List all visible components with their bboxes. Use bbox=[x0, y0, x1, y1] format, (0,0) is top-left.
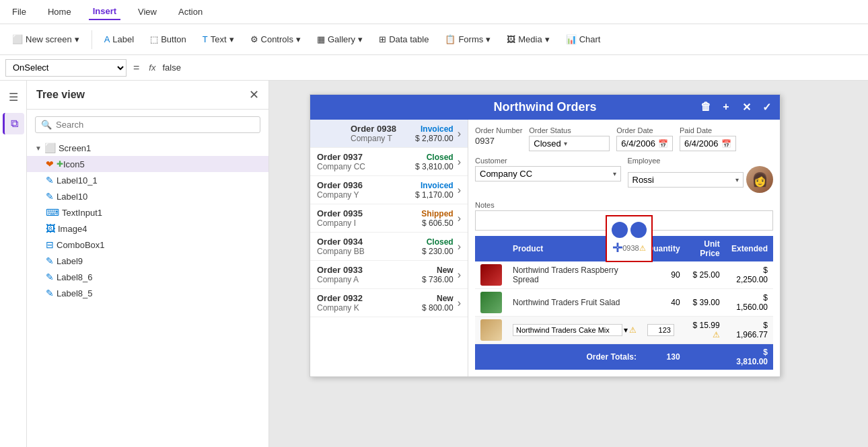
formula-input[interactable] bbox=[162, 59, 863, 77]
order-item-0933[interactable]: Order 0933 Company A New $ 736.00 › bbox=[310, 261, 468, 289]
cake-price-cell: $ 15.99 ⚠ bbox=[686, 317, 725, 344]
order-item-0936[interactable]: Order 0936 Company Y Invoiced $ 1,170.00… bbox=[310, 176, 468, 204]
close-x-button[interactable]: ✕ bbox=[738, 101, 754, 114]
button-button[interactable]: ⬚ Button bbox=[143, 32, 193, 47]
order-0938-right: Invoiced $ 2,870.00 bbox=[415, 124, 454, 143]
cake-warning-icon: ⚠ bbox=[629, 325, 637, 335]
textinput1-icon: ⌨ bbox=[46, 207, 59, 218]
paid-date-input[interactable]: 6/4/2006 📅 bbox=[680, 136, 736, 151]
search-input[interactable] bbox=[56, 120, 254, 130]
tree-item-textinput1[interactable]: ⌨ TextInput1 bbox=[27, 204, 268, 220]
confirm-button[interactable]: ✓ bbox=[758, 101, 774, 114]
order-0935-info: Order 0935 Company I bbox=[317, 208, 421, 228]
totals-extended-cell: $ 3,810.00 bbox=[725, 344, 773, 370]
orders-list[interactable]: Order 0938 Company T Invoiced $ 2,870.00… bbox=[310, 120, 468, 376]
order-0936-amount: $ 1,170.00 bbox=[415, 190, 454, 200]
order-date-input[interactable]: 6/4/2006 📅 bbox=[616, 136, 673, 151]
label8-5-text: Label8_5 bbox=[57, 288, 93, 298]
product-row-raspberry: Northwind Traders Raspberry Spread 90 $ … bbox=[475, 261, 773, 289]
label-button[interactable]: A Label bbox=[98, 32, 141, 47]
order-status-select[interactable]: Closed ▾ bbox=[529, 136, 610, 151]
paid-date-calendar-icon[interactable]: 📅 bbox=[721, 139, 731, 149]
tree-item-screen1[interactable]: ▼ ⬜ Screen1 bbox=[27, 140, 268, 156]
customer-select[interactable]: Company CC ▾ bbox=[475, 166, 621, 181]
menu-view[interactable]: View bbox=[134, 4, 161, 19]
label8-6-icon: ✎ bbox=[46, 272, 54, 282]
new-screen-button[interactable]: ⬜ New screen ▾ bbox=[5, 32, 86, 47]
app-header: Northwind Orders 🗑 + ✕ ✓ bbox=[310, 95, 780, 120]
media-chevron-icon: ▾ bbox=[545, 34, 550, 44]
cake-qty-input[interactable] bbox=[647, 324, 674, 336]
order-0938-number: Order 0938 bbox=[351, 124, 415, 134]
order-0935-company: Company I bbox=[317, 218, 421, 228]
order-number-value: 0937 bbox=[475, 136, 522, 146]
tree-item-label10[interactable]: ✎ Label10 bbox=[27, 188, 268, 204]
gallery-button[interactable]: ▦ Gallery ▾ bbox=[310, 32, 369, 47]
data-table-icon: ⊞ bbox=[379, 34, 386, 44]
menu-home[interactable]: Home bbox=[44, 4, 75, 19]
order-0935-status: Shipped bbox=[421, 209, 453, 218]
cake-price-warning-icon: ⚠ bbox=[713, 330, 720, 339]
order-0937-number: Order 0937 bbox=[317, 152, 415, 162]
cake-product-select[interactable]: ▾ ⚠ bbox=[513, 324, 637, 336]
salad-ext-cell: $ 1,560.00 bbox=[725, 289, 773, 317]
order-date-calendar-icon[interactable]: 📅 bbox=[658, 139, 668, 149]
property-select[interactable]: OnSelect bbox=[5, 59, 126, 77]
media-button[interactable]: 🖼 Media ▾ bbox=[500, 32, 556, 47]
order-0932-status: New bbox=[422, 294, 454, 303]
tree-item-label8-6[interactable]: ✎ Label8_6 bbox=[27, 269, 268, 285]
tree-item-label8-5[interactable]: ✎ Label8_5 bbox=[27, 285, 268, 301]
customer-value: Company CC bbox=[480, 169, 532, 179]
controls-button[interactable]: ⚙ Controls ▾ bbox=[244, 32, 308, 47]
tree-item-combobox1[interactable]: ⊟ ComboBox1 bbox=[27, 237, 268, 253]
tree-item-icon5[interactable]: ❤ ✚ Icon5 bbox=[27, 156, 268, 172]
order-item-0934[interactable]: Order 0934 Company BB Closed $ 230.00 › bbox=[310, 233, 468, 261]
order-number-field: Order Number 0937 bbox=[475, 126, 522, 151]
order-0938-status: Invoiced bbox=[415, 124, 454, 134]
chart-button[interactable]: 📊 Chart bbox=[559, 32, 608, 47]
order-0934-amount: $ 230.00 bbox=[422, 247, 454, 256]
order-label-small: 0938 bbox=[622, 244, 639, 252]
icon-circle-1 bbox=[612, 222, 628, 238]
cake-product-input[interactable] bbox=[513, 324, 622, 336]
order-0932-amount: $ 800.00 bbox=[422, 303, 454, 313]
cross-icon: ✛ bbox=[612, 241, 622, 255]
controls-icon: ⚙ bbox=[250, 34, 258, 44]
menu-insert[interactable]: Insert bbox=[89, 3, 120, 20]
order-0938-amount: $ 2,870.00 bbox=[415, 134, 454, 143]
tree-item-image4[interactable]: 🖼 Image4 bbox=[27, 220, 268, 237]
order-item-0932[interactable]: Order 0932 Company K New $ 800.00 › bbox=[310, 289, 468, 317]
delete-button[interactable]: 🗑 bbox=[698, 101, 714, 114]
forms-button[interactable]: 📋 Forms ▾ bbox=[438, 32, 497, 47]
order-item-0935[interactable]: Order 0935 Company I Shipped $ 606.50 › bbox=[310, 204, 468, 233]
order-item-0937[interactable]: Order 0937 Company CC Closed $ 3,810.00 … bbox=[310, 148, 468, 176]
order-0937-company: Company CC bbox=[317, 162, 415, 171]
totals-row: Order Totals: 130 $ 3,810.00 bbox=[475, 344, 773, 370]
tree-item-label9[interactable]: ✎ Label9 bbox=[27, 253, 268, 269]
sidebar-layers-icon[interactable]: ⧉ bbox=[3, 113, 24, 134]
order-item-0938[interactable]: Order 0938 Company T Invoiced $ 2,870.00… bbox=[310, 120, 468, 148]
detail-row-1: Order Number 0937 Order Status Closed ▾ … bbox=[475, 126, 773, 151]
order-date-field: Order Date 6/4/2006 📅 bbox=[616, 126, 673, 151]
add-button[interactable]: + bbox=[718, 101, 734, 114]
order-date-value: 6/4/2006 bbox=[621, 138, 655, 149]
employee-photo: 👩 bbox=[746, 166, 773, 193]
salad-price-cell: $ 39.00 bbox=[686, 289, 725, 317]
menu-action[interactable]: Action bbox=[174, 4, 207, 19]
menu-file[interactable]: File bbox=[8, 4, 30, 19]
search-icon: 🔍 bbox=[41, 120, 52, 130]
order-0938-company: Company T bbox=[351, 134, 415, 143]
data-table-button[interactable]: ⊞ Data table bbox=[372, 32, 435, 47]
text-button[interactable]: T Text ▾ bbox=[196, 32, 241, 47]
icon-selector-overlay[interactable]: ✛ 0938 ⚠ bbox=[606, 215, 653, 262]
product-col-header bbox=[475, 236, 507, 261]
tree-item-label10-1[interactable]: ✎ Label10_1 bbox=[27, 172, 268, 188]
salad-thumbnail bbox=[480, 292, 502, 313]
order-0934-right: Closed $ 230.00 bbox=[422, 237, 454, 256]
tree-close-button[interactable]: ✕ bbox=[249, 87, 259, 102]
order-date-label: Order Date bbox=[616, 126, 673, 134]
label10-text: Label10 bbox=[57, 192, 87, 202]
employee-select[interactable]: Rossi ▾ bbox=[628, 172, 744, 188]
sidebar-menu-icon[interactable]: ☰ bbox=[3, 86, 24, 108]
order-0936-company: Company Y bbox=[317, 190, 415, 200]
